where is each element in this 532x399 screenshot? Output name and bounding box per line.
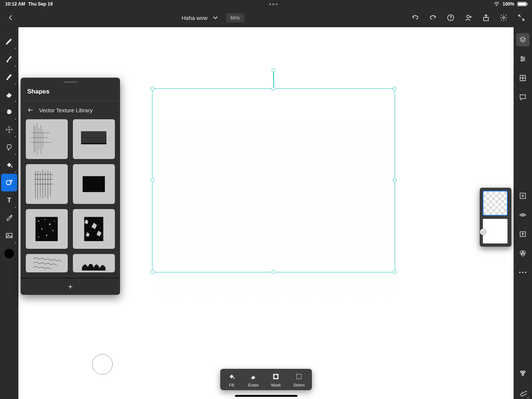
fill-mode-button[interactable]: Fill xyxy=(228,372,236,387)
select-label: Select xyxy=(293,383,305,387)
svg-line-45 xyxy=(522,392,523,392)
svg-point-24 xyxy=(523,58,525,60)
grid-button[interactable] xyxy=(516,71,529,85)
svg-rect-49 xyxy=(297,374,302,379)
svg-text:T: T xyxy=(7,197,11,204)
battery-percent: 100% xyxy=(503,1,514,7)
plus-icon xyxy=(67,283,74,290)
layers-panel-button[interactable] xyxy=(516,33,529,46)
svg-rect-66 xyxy=(81,143,106,144)
add-shape-button[interactable] xyxy=(21,278,120,295)
panel-grip[interactable] xyxy=(64,81,77,83)
redo-button[interactable] xyxy=(427,12,438,23)
ruler-button[interactable] xyxy=(516,386,529,399)
battery-icon xyxy=(517,2,527,6)
handle-se[interactable] xyxy=(393,270,397,274)
svg-point-8 xyxy=(503,17,505,19)
image-tool[interactable] xyxy=(1,227,17,244)
select-mode-button[interactable]: Select xyxy=(293,372,305,387)
svg-rect-11 xyxy=(6,43,7,45)
watercolor-brush-tool[interactable] xyxy=(1,50,17,68)
svg-point-81 xyxy=(49,223,50,225)
svg-point-80 xyxy=(45,219,46,220)
texture-item-3[interactable] xyxy=(26,164,68,204)
home-indicator[interactable] xyxy=(235,395,297,397)
appearance-button[interactable] xyxy=(516,247,529,260)
handle-n[interactable] xyxy=(272,87,276,91)
brush-cursor xyxy=(92,354,113,375)
zoom-level[interactable]: 66% xyxy=(226,13,244,22)
eyedropper-tool[interactable] xyxy=(1,209,17,227)
mask-mode-button[interactable]: Mask xyxy=(271,372,281,387)
multitask-dots[interactable] xyxy=(269,3,278,5)
selection-bounds[interactable] xyxy=(152,88,395,272)
visibility-button[interactable] xyxy=(516,208,529,222)
wifi-icon xyxy=(494,2,500,6)
svg-point-25 xyxy=(521,60,522,61)
pixel-brush-tool[interactable] xyxy=(1,32,17,50)
texture-item-1[interactable] xyxy=(26,119,68,159)
svg-rect-77 xyxy=(83,176,105,192)
fullscreen-button[interactable] xyxy=(516,12,527,23)
svg-point-48 xyxy=(274,375,278,378)
smudge-tool[interactable] xyxy=(1,103,17,121)
color-swatch[interactable] xyxy=(4,248,15,259)
svg-point-84 xyxy=(46,234,47,236)
add-layer-button[interactable] xyxy=(516,189,529,202)
invite-button[interactable] xyxy=(463,12,474,23)
layer-thumbnail-2[interactable]: ▭ xyxy=(483,219,508,244)
precision-button[interactable] xyxy=(516,367,529,380)
texture-item-5[interactable] xyxy=(26,209,68,249)
right-toolbar xyxy=(514,27,532,399)
layer-properties-button[interactable] xyxy=(516,52,529,66)
status-date: Thu Sep 19 xyxy=(28,1,53,7)
erase-label: Erase xyxy=(248,383,259,387)
svg-point-83 xyxy=(53,230,54,231)
texture-item-4[interactable] xyxy=(73,164,115,204)
shapes-tool[interactable] xyxy=(1,174,17,191)
svg-point-82 xyxy=(41,228,42,229)
context-toolbar: Fill Erase Mask Select xyxy=(220,369,312,390)
shapes-panel: Shapes Vector Texture Library xyxy=(21,78,120,295)
fill-tool[interactable] xyxy=(1,156,17,174)
text-tool[interactable]: T xyxy=(1,191,17,209)
eraser-tool[interactable] xyxy=(1,85,17,103)
texture-item-6[interactable] xyxy=(73,209,115,249)
handle-sw[interactable] xyxy=(151,270,155,274)
svg-point-2 xyxy=(450,19,451,20)
handle-e[interactable] xyxy=(393,179,397,183)
document-title-dropdown[interactable]: Haha wow xyxy=(182,14,219,22)
erase-mode-button[interactable]: Erase xyxy=(248,372,259,387)
back-button[interactable] xyxy=(5,12,16,23)
handle-rotate[interactable] xyxy=(272,68,276,73)
quick-export-button[interactable] xyxy=(516,227,529,241)
handle-w[interactable] xyxy=(151,179,155,183)
lasso-tool[interactable] xyxy=(1,138,17,156)
svg-point-46 xyxy=(233,378,235,379)
svg-point-0 xyxy=(496,6,497,6)
paint-brush-tool[interactable] xyxy=(1,68,17,85)
left-toolbar: T xyxy=(0,27,18,399)
transform-tool[interactable] xyxy=(1,121,17,138)
svg-point-3 xyxy=(466,15,469,18)
handle-ne[interactable] xyxy=(393,87,397,91)
texture-item-2[interactable] xyxy=(73,119,115,159)
layers-thumbnails: ▭ xyxy=(480,188,511,247)
share-button[interactable] xyxy=(480,12,492,23)
handle-s[interactable] xyxy=(272,270,276,274)
svg-rect-60 xyxy=(81,131,106,144)
undo-button[interactable] xyxy=(410,12,421,23)
handle-nw[interactable] xyxy=(151,87,155,91)
texture-item-8[interactable] xyxy=(73,254,115,272)
more-button[interactable] xyxy=(516,266,529,279)
ipad-status-bar: 10:12 AM Thu Sep 19 100% xyxy=(0,0,532,8)
help-button[interactable] xyxy=(445,12,456,23)
settings-button[interactable] xyxy=(498,12,509,23)
svg-point-85 xyxy=(38,236,39,237)
layer-thumbnail-1[interactable] xyxy=(483,191,508,216)
document-title: Haha wow xyxy=(182,15,207,21)
texture-item-7[interactable] xyxy=(26,254,68,272)
svg-point-23 xyxy=(521,57,522,58)
panel-back-nav[interactable]: Vector Texture Library xyxy=(21,101,120,119)
comments-button[interactable] xyxy=(516,91,529,104)
